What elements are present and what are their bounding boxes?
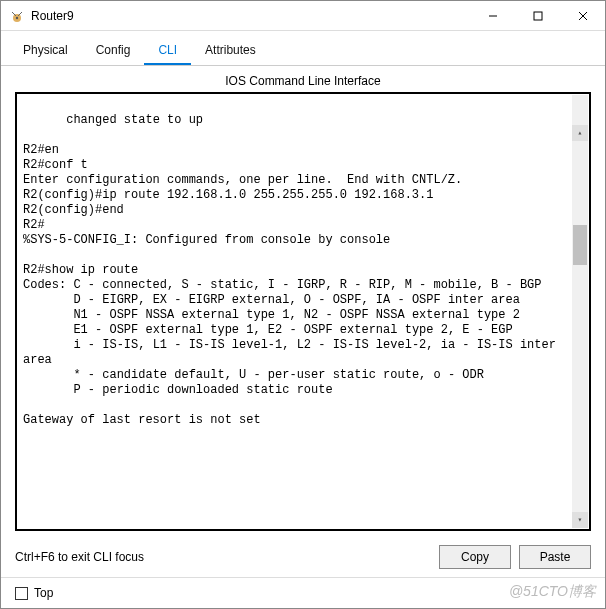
tab-config[interactable]: Config (82, 37, 145, 65)
window-controls (470, 1, 605, 30)
tab-bar: Physical Config CLI Attributes (1, 31, 605, 66)
svg-point-1 (16, 16, 18, 18)
scroll-down-icon[interactable]: ▾ (572, 512, 588, 528)
minimize-button[interactable] (470, 1, 515, 30)
cli-panel: changed state to up R2#en R2#conf t Ente… (15, 92, 591, 531)
paste-button[interactable]: Paste (519, 545, 591, 569)
titlebar: Router9 (1, 1, 605, 31)
tab-cli[interactable]: CLI (144, 37, 191, 65)
top-label: Top (34, 586, 53, 600)
app-window: Router9 Physical Config CLI Attributes I… (0, 0, 606, 609)
window-title: Router9 (31, 9, 470, 23)
cli-footer-row: Ctrl+F6 to exit CLI focus Copy Paste (1, 539, 605, 578)
tab-attributes[interactable]: Attributes (191, 37, 270, 65)
tab-physical[interactable]: Physical (9, 37, 82, 65)
cli-text: changed state to up R2#en R2#conf t Ente… (23, 113, 563, 427)
router-icon (9, 8, 25, 24)
scroll-up-icon[interactable]: ▴ (572, 125, 588, 141)
copy-button[interactable]: Copy (439, 545, 511, 569)
maximize-button[interactable] (515, 1, 560, 30)
window-footer: Top (1, 578, 605, 608)
svg-rect-3 (534, 12, 542, 20)
scrollbar[interactable]: ▴ ▾ (572, 95, 588, 528)
cli-output[interactable]: changed state to up R2#en R2#conf t Ente… (15, 92, 591, 531)
close-button[interactable] (560, 1, 605, 30)
cli-hint: Ctrl+F6 to exit CLI focus (15, 550, 431, 564)
scroll-thumb[interactable] (573, 225, 587, 265)
section-title: IOS Command Line Interface (1, 66, 605, 92)
top-checkbox[interactable] (15, 587, 28, 600)
